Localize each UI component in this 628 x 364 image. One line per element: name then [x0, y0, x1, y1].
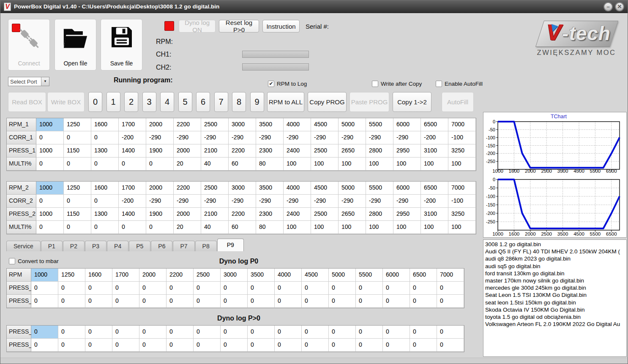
- table-cell[interactable]: -290: [393, 131, 421, 144]
- table-cell[interactable]: 0: [85, 295, 112, 308]
- table-cell[interactable]: 3250: [448, 208, 476, 221]
- table-cell[interactable]: 4000: [275, 269, 302, 282]
- table-cell[interactable]: 1700: [119, 118, 146, 131]
- table-cell[interactable]: 0: [221, 339, 248, 352]
- table-cell[interactable]: 100: [366, 221, 393, 234]
- table-cell[interactable]: -290: [201, 131, 229, 144]
- table-cell[interactable]: 2650: [339, 144, 366, 158]
- table-cell[interactable]: 0: [356, 295, 383, 308]
- file-list-item[interactable]: Seat Leon 1.5 TSI 130KM Go Digital.bin: [485, 291, 626, 299]
- table-cell[interactable]: 100: [448, 221, 476, 234]
- table-cell[interactable]: 5500: [356, 269, 383, 282]
- table-cell[interactable]: 0: [91, 221, 119, 234]
- table-cell[interactable]: 100: [448, 158, 476, 171]
- table-cell[interactable]: 0: [437, 339, 464, 352]
- table-cell[interactable]: 1250: [64, 182, 91, 195]
- table-cell[interactable]: 0: [91, 131, 119, 144]
- table-cell[interactable]: 0: [194, 339, 221, 352]
- write-box-button[interactable]: Write BOX: [47, 92, 85, 112]
- table-cell[interactable]: 2500: [311, 208, 339, 221]
- table-cell[interactable]: 2200: [174, 182, 201, 195]
- table-cell[interactable]: 0: [194, 282, 221, 295]
- table-cell[interactable]: 100: [393, 221, 421, 234]
- tab-service[interactable]: Service: [6, 241, 41, 251]
- file-list-item[interactable]: Volkswagen Arteon FL 2.0 190KM 2022 Go D…: [485, 321, 626, 328]
- table-cell[interactable]: 0: [167, 326, 194, 339]
- table-cell[interactable]: 2000: [174, 144, 201, 158]
- table-cell[interactable]: -290: [366, 131, 393, 144]
- file-list-item[interactable]: Skoda Octavia IV 150KM Go Digital.bin: [485, 306, 626, 313]
- table-cell[interactable]: 0: [85, 282, 112, 295]
- table-cell[interactable]: 0: [329, 282, 356, 295]
- table-cell[interactable]: 5000: [339, 182, 366, 195]
- digit-button-4[interactable]: 4: [160, 92, 174, 112]
- table-cell[interactable]: 2500: [311, 144, 339, 158]
- table-cell[interactable]: 0: [139, 339, 167, 352]
- table-cell[interactable]: 100: [421, 158, 448, 171]
- digit-button-9[interactable]: 9: [250, 92, 264, 112]
- table-cell[interactable]: 0: [167, 295, 194, 308]
- table-cell[interactable]: 0: [410, 282, 437, 295]
- table-cell[interactable]: -290: [229, 131, 256, 144]
- table-cell[interactable]: 2500: [201, 182, 229, 195]
- table-cell[interactable]: 0: [356, 282, 383, 295]
- table-cell[interactable]: 0: [437, 295, 464, 308]
- table-cell[interactable]: 0: [85, 326, 112, 339]
- table-cell[interactable]: -290: [146, 195, 174, 208]
- table-cell[interactable]: 0: [221, 295, 248, 308]
- table-cell[interactable]: 60: [229, 158, 256, 171]
- table-cell[interactable]: 3500: [256, 182, 284, 195]
- table-cell[interactable]: 0: [410, 339, 437, 352]
- digit-button-1[interactable]: 1: [106, 92, 120, 112]
- table-cell[interactable]: 0: [356, 326, 383, 339]
- copy-prog-button[interactable]: Copy PROG: [308, 92, 347, 112]
- table-cell[interactable]: 4000: [284, 118, 311, 131]
- table-cell[interactable]: 1600: [91, 118, 119, 131]
- connect-button[interactable]: Connect: [8, 19, 50, 71]
- table-cell[interactable]: 4500: [311, 118, 339, 131]
- table-cell[interactable]: 1150: [64, 208, 91, 221]
- table-cell[interactable]: 3500: [248, 269, 275, 282]
- table-cell[interactable]: 0: [248, 339, 275, 352]
- table-cell[interactable]: 0: [36, 158, 64, 171]
- rpm-to-log-checkbox[interactable]: ✔ RPM to Log: [268, 81, 307, 87]
- table-cell[interactable]: 1700: [119, 182, 146, 195]
- table-cell[interactable]: 80: [256, 221, 284, 234]
- file-list-item[interactable]: 3008 1.2 go digital.bin: [485, 241, 626, 248]
- table-cell[interactable]: 0: [383, 339, 410, 352]
- table-cell[interactable]: 2500: [194, 269, 221, 282]
- table-cell[interactable]: 2100: [201, 144, 229, 158]
- table-cell[interactable]: 2000: [146, 118, 174, 131]
- table-cell[interactable]: 2400: [284, 208, 311, 221]
- table-cell[interactable]: -290: [174, 195, 201, 208]
- table-cell[interactable]: 0: [437, 282, 464, 295]
- table-cell[interactable]: -290: [366, 195, 393, 208]
- open-file-button[interactable]: Open file: [55, 19, 96, 71]
- table-cell[interactable]: 0: [302, 326, 329, 339]
- table-cell[interactable]: 80: [256, 158, 284, 171]
- table-cell[interactable]: 0: [119, 158, 146, 171]
- dyno-log-on-button[interactable]: Dyno log ON: [179, 20, 216, 33]
- table-cell[interactable]: 0: [31, 339, 58, 352]
- table-cell[interactable]: 0: [248, 295, 275, 308]
- table-cell[interactable]: 40: [201, 221, 229, 234]
- table-cell[interactable]: 0: [36, 221, 64, 234]
- table-cell[interactable]: 1400: [119, 144, 146, 158]
- paste-prog-button[interactable]: Paste PROG: [349, 92, 389, 112]
- table-cell[interactable]: 0: [139, 295, 167, 308]
- table-cell[interactable]: -290: [229, 195, 256, 208]
- table-cell[interactable]: 3000: [229, 118, 256, 131]
- table-cell[interactable]: 6000: [393, 118, 421, 131]
- table-cell[interactable]: 2000: [174, 208, 201, 221]
- file-list-item[interactable]: audi q8 286km 2023 go digital.bin: [485, 255, 626, 262]
- table-cell[interactable]: 0: [221, 326, 248, 339]
- tab-p3[interactable]: P3: [85, 241, 106, 251]
- table-cell[interactable]: 0: [91, 195, 119, 208]
- table-cell[interactable]: -200: [119, 195, 146, 208]
- table-cell[interactable]: 0: [139, 326, 167, 339]
- table-cell[interactable]: 0: [329, 339, 356, 352]
- table-cell[interactable]: 5500: [366, 182, 393, 195]
- table-cell[interactable]: 5500: [366, 118, 393, 131]
- copy-1-to-2-button[interactable]: Copy 1->2: [393, 92, 431, 112]
- rpm-to-all-button[interactable]: RPM to ALL: [267, 92, 304, 112]
